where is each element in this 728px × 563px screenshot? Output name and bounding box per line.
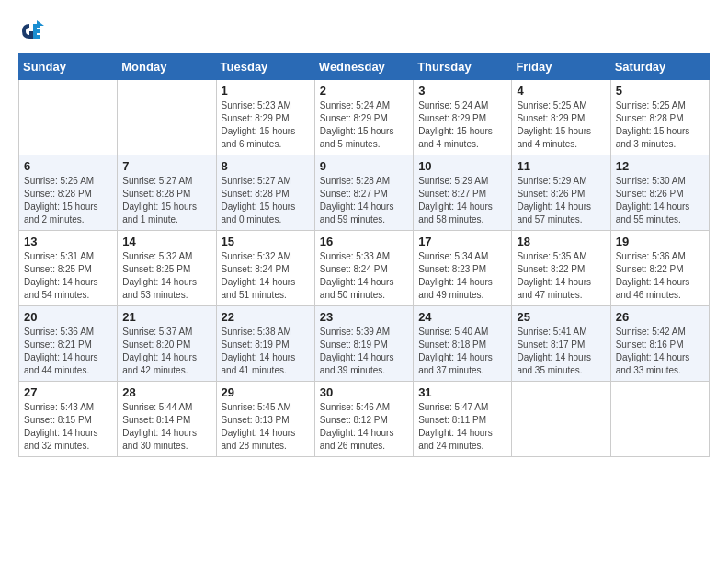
- calendar-cell: 16Sunrise: 5:33 AM Sunset: 8:24 PM Dayli…: [314, 231, 413, 306]
- day-number: 8: [222, 159, 310, 173]
- day-number: 24: [418, 310, 506, 324]
- calendar-cell: 8Sunrise: 5:27 AM Sunset: 8:28 PM Daylig…: [216, 155, 314, 231]
- day-number: 15: [222, 235, 310, 248]
- calendar-cell: 20Sunrise: 5:36 AM Sunset: 8:21 PM Dayli…: [19, 306, 118, 382]
- calendar-week-row-3: 13Sunrise: 5:31 AM Sunset: 8:25 PM Dayli…: [19, 231, 710, 306]
- calendar-cell: 9Sunrise: 5:28 AM Sunset: 8:27 PM Daylig…: [314, 155, 413, 231]
- day-number: 20: [24, 310, 112, 324]
- day-info: Sunrise: 5:24 AM Sunset: 8:29 PM Dayligh…: [320, 99, 408, 151]
- calendar-cell: 4Sunrise: 5:25 AM Sunset: 8:29 PM Daylig…: [512, 80, 610, 155]
- day-info: Sunrise: 5:27 AM Sunset: 8:28 PM Dayligh…: [122, 175, 210, 226]
- calendar-cell: 26Sunrise: 5:42 AM Sunset: 8:16 PM Dayli…: [610, 306, 709, 382]
- day-info: Sunrise: 5:41 AM Sunset: 8:17 PM Dayligh…: [517, 326, 605, 377]
- weekday-header-sunday: Sunday: [19, 54, 118, 80]
- calendar-cell: 19Sunrise: 5:36 AM Sunset: 8:22 PM Dayli…: [610, 231, 709, 306]
- calendar-cell: 6Sunrise: 5:26 AM Sunset: 8:28 PM Daylig…: [19, 155, 118, 231]
- day-info: Sunrise: 5:32 AM Sunset: 8:25 PM Dayligh…: [122, 250, 210, 302]
- day-info: Sunrise: 5:36 AM Sunset: 8:21 PM Dayligh…: [24, 326, 112, 377]
- calendar-cell: 5Sunrise: 5:25 AM Sunset: 8:28 PM Daylig…: [610, 80, 709, 155]
- calendar-cell: 23Sunrise: 5:39 AM Sunset: 8:19 PM Dayli…: [314, 306, 413, 382]
- day-info: Sunrise: 5:26 AM Sunset: 8:28 PM Dayligh…: [24, 175, 112, 226]
- calendar-table: SundayMondayTuesdayWednesdayThursdayFrid…: [18, 53, 710, 457]
- day-info: Sunrise: 5:36 AM Sunset: 8:22 PM Dayligh…: [616, 250, 704, 302]
- day-info: Sunrise: 5:25 AM Sunset: 8:28 PM Dayligh…: [616, 99, 704, 151]
- day-info: Sunrise: 5:46 AM Sunset: 8:12 PM Dayligh…: [320, 401, 408, 453]
- day-number: 11: [517, 159, 605, 173]
- calendar-cell: 21Sunrise: 5:37 AM Sunset: 8:20 PM Dayli…: [118, 306, 216, 382]
- day-number: 23: [320, 310, 408, 324]
- day-number: 30: [320, 385, 408, 399]
- day-number: 13: [24, 235, 112, 248]
- day-info: Sunrise: 5:47 AM Sunset: 8:11 PM Dayligh…: [418, 401, 506, 453]
- weekday-header-tuesday: Tuesday: [216, 54, 314, 80]
- day-number: 12: [616, 159, 704, 173]
- day-number: 9: [320, 159, 408, 173]
- day-info: Sunrise: 5:33 AM Sunset: 8:24 PM Dayligh…: [320, 250, 408, 302]
- day-info: Sunrise: 5:31 AM Sunset: 8:25 PM Dayligh…: [24, 250, 112, 302]
- calendar-cell: [610, 382, 709, 457]
- calendar-cell: 30Sunrise: 5:46 AM Sunset: 8:12 PM Dayli…: [314, 382, 413, 457]
- day-info: Sunrise: 5:29 AM Sunset: 8:26 PM Dayligh…: [517, 175, 605, 226]
- day-number: 17: [418, 235, 506, 248]
- calendar-cell: 11Sunrise: 5:29 AM Sunset: 8:26 PM Dayli…: [512, 155, 610, 231]
- day-number: 1: [222, 84, 310, 98]
- day-number: 26: [616, 310, 704, 324]
- day-info: Sunrise: 5:23 AM Sunset: 8:29 PM Dayligh…: [222, 99, 310, 151]
- day-number: 22: [222, 310, 310, 324]
- calendar-cell: 22Sunrise: 5:38 AM Sunset: 8:19 PM Dayli…: [216, 306, 314, 382]
- day-info: Sunrise: 5:35 AM Sunset: 8:22 PM Dayligh…: [517, 250, 605, 302]
- logo-icon: [18, 18, 44, 44]
- day-number: 25: [517, 310, 605, 324]
- calendar-week-row-5: 27Sunrise: 5:43 AM Sunset: 8:15 PM Dayli…: [19, 382, 710, 457]
- calendar-cell: 28Sunrise: 5:44 AM Sunset: 8:14 PM Dayli…: [118, 382, 216, 457]
- calendar-cell: 3Sunrise: 5:24 AM Sunset: 8:29 PM Daylig…: [414, 80, 512, 155]
- day-info: Sunrise: 5:42 AM Sunset: 8:16 PM Dayligh…: [616, 326, 704, 377]
- day-info: Sunrise: 5:28 AM Sunset: 8:27 PM Dayligh…: [320, 175, 408, 226]
- logo: [18, 18, 48, 44]
- day-number: 18: [517, 235, 605, 248]
- calendar-cell: 13Sunrise: 5:31 AM Sunset: 8:25 PM Dayli…: [19, 231, 118, 306]
- calendar-cell: 1Sunrise: 5:23 AM Sunset: 8:29 PM Daylig…: [216, 80, 314, 155]
- header: [18, 18, 710, 44]
- calendar-cell: 10Sunrise: 5:29 AM Sunset: 8:27 PM Dayli…: [414, 155, 512, 231]
- calendar-cell: 14Sunrise: 5:32 AM Sunset: 8:25 PM Dayli…: [118, 231, 216, 306]
- weekday-header-saturday: Saturday: [610, 54, 709, 80]
- calendar-cell: 7Sunrise: 5:27 AM Sunset: 8:28 PM Daylig…: [118, 155, 216, 231]
- calendar-header-row: SundayMondayTuesdayWednesdayThursdayFrid…: [19, 54, 710, 80]
- day-number: 4: [517, 84, 605, 98]
- day-number: 31: [418, 385, 506, 399]
- day-info: Sunrise: 5:32 AM Sunset: 8:24 PM Dayligh…: [222, 250, 310, 302]
- day-info: Sunrise: 5:44 AM Sunset: 8:14 PM Dayligh…: [122, 401, 210, 453]
- day-number: 5: [616, 84, 704, 98]
- day-number: 16: [320, 235, 408, 248]
- weekday-header-wednesday: Wednesday: [314, 54, 413, 80]
- calendar-cell: 18Sunrise: 5:35 AM Sunset: 8:22 PM Dayli…: [512, 231, 610, 306]
- calendar-week-row-1: 1Sunrise: 5:23 AM Sunset: 8:29 PM Daylig…: [19, 80, 710, 155]
- day-info: Sunrise: 5:39 AM Sunset: 8:19 PM Dayligh…: [320, 326, 408, 377]
- day-number: 19: [616, 235, 704, 248]
- day-info: Sunrise: 5:43 AM Sunset: 8:15 PM Dayligh…: [24, 401, 112, 453]
- calendar-cell: [118, 80, 216, 155]
- calendar-cell: 25Sunrise: 5:41 AM Sunset: 8:17 PM Dayli…: [512, 306, 610, 382]
- day-number: 28: [122, 385, 210, 399]
- day-info: Sunrise: 5:25 AM Sunset: 8:29 PM Dayligh…: [517, 99, 605, 151]
- day-number: 6: [24, 159, 112, 173]
- day-info: Sunrise: 5:38 AM Sunset: 8:19 PM Dayligh…: [222, 326, 310, 377]
- calendar-cell: 15Sunrise: 5:32 AM Sunset: 8:24 PM Dayli…: [216, 231, 314, 306]
- calendar-cell: 24Sunrise: 5:40 AM Sunset: 8:18 PM Dayli…: [414, 306, 512, 382]
- day-info: Sunrise: 5:27 AM Sunset: 8:28 PM Dayligh…: [222, 175, 310, 226]
- day-number: 10: [418, 159, 506, 173]
- day-info: Sunrise: 5:37 AM Sunset: 8:20 PM Dayligh…: [122, 326, 210, 377]
- day-number: 2: [320, 84, 408, 98]
- calendar-cell: 27Sunrise: 5:43 AM Sunset: 8:15 PM Dayli…: [19, 382, 118, 457]
- day-info: Sunrise: 5:45 AM Sunset: 8:13 PM Dayligh…: [222, 401, 310, 453]
- day-info: Sunrise: 5:24 AM Sunset: 8:29 PM Dayligh…: [418, 99, 506, 151]
- calendar-cell: [19, 80, 118, 155]
- day-number: 3: [418, 84, 506, 98]
- calendar-cell: 2Sunrise: 5:24 AM Sunset: 8:29 PM Daylig…: [314, 80, 413, 155]
- day-info: Sunrise: 5:34 AM Sunset: 8:23 PM Dayligh…: [418, 250, 506, 302]
- calendar-week-row-4: 20Sunrise: 5:36 AM Sunset: 8:21 PM Dayli…: [19, 306, 710, 382]
- weekday-header-monday: Monday: [118, 54, 216, 80]
- day-number: 7: [122, 159, 210, 173]
- day-info: Sunrise: 5:30 AM Sunset: 8:26 PM Dayligh…: [616, 175, 704, 226]
